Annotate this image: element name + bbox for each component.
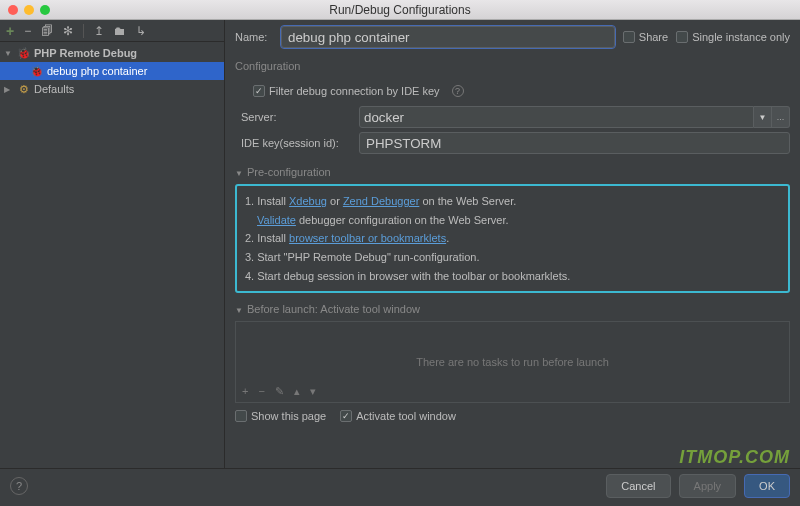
configuration-title: Configuration [235, 60, 790, 72]
move-up-icon[interactable]: ↥ [94, 24, 104, 38]
before-launch-title[interactable]: ▼Before launch: Activate tool window [235, 303, 790, 315]
preconfig-step-3: 3. Start "PHP Remote Debug" run-configur… [245, 248, 780, 267]
copy-config-icon[interactable]: 🗐 [41, 24, 53, 38]
server-browse-button[interactable]: … [772, 106, 790, 128]
php-icon: 🐞 [17, 47, 31, 59]
add-config-icon[interactable]: + [6, 23, 14, 39]
php-icon: 🐞 [30, 65, 44, 77]
dialog-footer: ? Cancel Apply OK [0, 468, 800, 502]
tree-label: debug php container [47, 65, 147, 77]
tree-node-selected-config[interactable]: 🐞 debug php container [0, 62, 224, 80]
tree-label: Defaults [34, 83, 74, 95]
server-label: Server: [241, 111, 351, 123]
edit-task-icon[interactable]: ✎ [275, 385, 284, 398]
checkbox-icon [235, 410, 247, 422]
checkbox-checked-icon: ✓ [340, 410, 352, 422]
filter-ide-key-checkbox[interactable]: ✓Filter debug connection by IDE key [253, 85, 440, 97]
move-up-task-icon[interactable]: ▴ [294, 385, 300, 398]
tree-node-php-remote-debug[interactable]: ▼ 🐞 PHP Remote Debug [0, 44, 224, 62]
before-launch-list: There are no tasks to run before launch … [235, 321, 790, 403]
collapse-arrow-icon: ▼ [235, 306, 243, 315]
checkbox-icon [623, 31, 635, 43]
share-checkbox[interactable]: Share [623, 31, 668, 43]
remove-config-icon[interactable]: − [24, 24, 31, 38]
ide-key-label: IDE key(session id): [241, 137, 351, 149]
server-select[interactable]: docker [359, 106, 754, 128]
tree-label: PHP Remote Debug [34, 47, 137, 59]
collapse-arrow-icon: ▼ [235, 169, 243, 178]
right-panel: Name: Share Single instance only Configu… [225, 20, 800, 468]
single-instance-checkbox[interactable]: Single instance only [676, 31, 790, 43]
xdebug-link[interactable]: Xdebug [289, 195, 327, 207]
zend-debugger-link[interactable]: Zend Debugger [343, 195, 419, 207]
config-toolbar: + − 🗐 ✻ ↥ 🖿 ↳ [0, 20, 224, 42]
before-launch-toolbar: + − ✎ ▴ ▾ [236, 381, 322, 402]
separator [83, 24, 84, 38]
before-launch-empty-text: There are no tasks to run before launch [416, 356, 609, 368]
folder-icon[interactable]: 🖿 [114, 24, 126, 38]
collapse-icon[interactable]: ↳ [136, 24, 146, 38]
browser-toolbar-link[interactable]: browser toolbar or bookmarklets [289, 232, 446, 244]
preconfig-step-4: 4. Start debug session in browser with t… [245, 267, 780, 286]
expand-arrow-icon: ▶ [4, 85, 14, 94]
add-task-icon[interactable]: + [242, 385, 248, 398]
ide-key-input[interactable] [359, 132, 790, 154]
titlebar: Run/Debug Configurations [0, 0, 800, 20]
ok-button[interactable]: OK [744, 474, 790, 498]
move-down-task-icon[interactable]: ▾ [310, 385, 316, 398]
config-tree: ▼ 🐞 PHP Remote Debug 🐞 debug php contain… [0, 42, 224, 98]
tree-node-defaults[interactable]: ▶ ⚙ Defaults [0, 80, 224, 98]
cancel-button[interactable]: Cancel [606, 474, 670, 498]
settings-icon[interactable]: ✻ [63, 24, 73, 38]
checkbox-checked-icon: ✓ [253, 85, 265, 97]
preconfig-title[interactable]: ▼Pre-configuration [235, 166, 790, 178]
dropdown-arrow-icon[interactable]: ▼ [754, 106, 772, 128]
apply-button[interactable]: Apply [679, 474, 737, 498]
activate-tool-window-checkbox[interactable]: ✓Activate tool window [340, 410, 456, 422]
preconfig-step-2: 2. Install browser toolbar or bookmarkle… [245, 229, 780, 248]
preconfig-box: 1. Install Xdebug or Zend Debugger on th… [235, 184, 790, 293]
left-panel: + − 🗐 ✻ ↥ 🖿 ↳ ▼ 🐞 PHP Remote Debug 🐞 deb… [0, 20, 225, 468]
show-this-page-checkbox[interactable]: Show this page [235, 410, 326, 422]
validate-link[interactable]: Validate [257, 214, 296, 226]
name-input[interactable] [281, 26, 615, 48]
watermark-text: ITMOP.COM [679, 447, 790, 468]
window-title: Run/Debug Configurations [0, 3, 800, 17]
preconfig-validate: Validate debugger configuration on the W… [245, 211, 780, 230]
expand-arrow-icon: ▼ [4, 49, 14, 58]
checkbox-icon [676, 31, 688, 43]
help-button[interactable]: ? [10, 477, 28, 495]
preconfig-step-1: 1. Install Xdebug or Zend Debugger on th… [245, 192, 780, 211]
name-label: Name: [235, 31, 273, 43]
help-icon[interactable]: ? [452, 85, 464, 97]
remove-task-icon[interactable]: − [258, 385, 264, 398]
wrench-icon: ⚙ [17, 83, 31, 95]
